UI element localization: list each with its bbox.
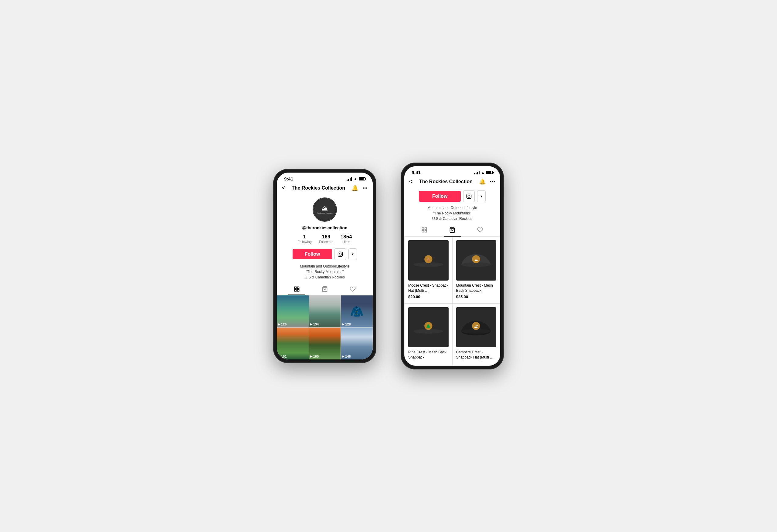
phone-right: 9:41 ▲ < The Rockies Coll bbox=[401, 162, 504, 369]
video-grid: ▶ 126 ▶ 134 🧥 ▶ 128 bbox=[277, 295, 373, 359]
tab-shop-right[interactable] bbox=[438, 224, 466, 236]
svg-text:🦌: 🦌 bbox=[426, 257, 431, 262]
follow-button-left[interactable]: Follow bbox=[293, 249, 332, 259]
product-price-1: $29.00 bbox=[408, 294, 449, 299]
page-title-left: The Rockies Collection bbox=[292, 185, 345, 191]
bell-icon-left[interactable]: 🔔 bbox=[351, 185, 358, 191]
shop-tabs bbox=[404, 224, 500, 236]
time-left: 9:41 bbox=[284, 176, 293, 181]
wifi-icon-right: ▲ bbox=[481, 170, 485, 175]
tab-liked-right[interactable] bbox=[466, 224, 494, 236]
username-label: @therockiescollection bbox=[277, 224, 373, 232]
svg-rect-4 bbox=[298, 287, 299, 289]
product-card-3[interactable]: 🌲 Pine Crest - Mesh Back Snapback bbox=[405, 304, 452, 366]
product-card-1[interactable]: 🦌 Moose Crest - Snapback Hat (Multi … $2… bbox=[405, 237, 452, 303]
video-thumb-4[interactable]: ▶ 151 bbox=[277, 327, 309, 360]
instagram-button-left[interactable] bbox=[334, 248, 346, 260]
stat-likes: 1854 Likes bbox=[341, 234, 352, 244]
svg-rect-3 bbox=[295, 287, 297, 289]
product-image-2: ⛰ bbox=[456, 240, 496, 281]
dropdown-button-right[interactable]: ▾ bbox=[477, 190, 485, 202]
stat-following: 1 Following bbox=[298, 234, 311, 244]
more-icon-right[interactable]: ••• bbox=[490, 179, 495, 184]
phone-left-screen: 9:41 ▲ < The Rockies Coll bbox=[277, 172, 373, 359]
video-thumb-6[interactable]: ▶ 146 bbox=[341, 327, 373, 360]
product-card-2[interactable]: ⛰ Mountain Crest - Mesh Back Snapback $2… bbox=[453, 237, 500, 303]
video-thumb-3[interactable]: 🧥 ▶ 128 bbox=[341, 295, 373, 327]
wifi-icon: ▲ bbox=[354, 177, 357, 181]
product-name-3: Pine Crest - Mesh Back Snapback bbox=[408, 350, 449, 360]
svg-rect-12 bbox=[425, 228, 427, 230]
svg-rect-11 bbox=[422, 228, 424, 230]
tab-shop-left[interactable] bbox=[311, 283, 339, 295]
svg-text:🏕: 🏕 bbox=[474, 325, 478, 328]
status-icons-right: ▲ bbox=[474, 170, 493, 175]
product-price-2: $25.00 bbox=[456, 294, 496, 299]
svg-rect-0 bbox=[338, 252, 343, 257]
avatar: ⛰ The Rockies Collection bbox=[313, 197, 337, 222]
dropdown-button-left[interactable]: ▾ bbox=[348, 248, 357, 260]
product-image-4: 🏕 bbox=[456, 307, 496, 348]
phone-left: 9:41 ▲ < The Rockies Coll bbox=[273, 169, 376, 363]
status-icons-left: ▲ bbox=[347, 177, 365, 181]
svg-point-2 bbox=[341, 253, 342, 253]
tab-liked-left[interactable] bbox=[339, 283, 367, 295]
scene: 9:41 ▲ < The Rockies Coll bbox=[273, 162, 504, 369]
product-name-2: Mountain Crest - Mesh Back Snapback bbox=[456, 283, 496, 293]
nav-icons-right: 🔔 ••• bbox=[479, 178, 495, 185]
tab-videos[interactable] bbox=[283, 283, 311, 295]
page-title-right: The Rockies Collection bbox=[419, 179, 472, 184]
battery-icon bbox=[359, 177, 365, 180]
svg-text:⛰: ⛰ bbox=[474, 258, 478, 262]
back-button-left[interactable]: < bbox=[282, 184, 285, 191]
instagram-button-right[interactable] bbox=[463, 190, 475, 202]
shop-follow-row: Follow ▾ bbox=[404, 187, 500, 204]
status-bar-right: 9:41 ▲ bbox=[404, 166, 500, 176]
battery-icon-right bbox=[486, 171, 493, 174]
product-name-1: Moose Crest - Snapback Hat (Multi … bbox=[408, 283, 449, 293]
stat-followers: 169 Followers bbox=[319, 234, 333, 244]
svg-rect-13 bbox=[422, 231, 424, 232]
video-thumb-5[interactable]: ▶ 160 bbox=[309, 327, 341, 360]
more-icon-left[interactable]: ••• bbox=[362, 185, 368, 190]
nav-bar-right: < The Rockies Collection 🔔 ••• bbox=[404, 176, 500, 187]
bio-left: Mountain and OutdoorLifestyle "The Rocky… bbox=[277, 262, 373, 283]
svg-point-10 bbox=[470, 195, 470, 195]
svg-text:🌲: 🌲 bbox=[426, 324, 431, 329]
svg-point-1 bbox=[339, 253, 342, 256]
avatar-icon: ⛰ bbox=[321, 205, 328, 212]
product-grid: 🦌 Moose Crest - Snapback Hat (Multi … $2… bbox=[404, 236, 500, 366]
svg-rect-5 bbox=[295, 290, 297, 291]
phone-right-screen: 9:41 ▲ < The Rockies Coll bbox=[404, 166, 500, 366]
svg-point-9 bbox=[468, 195, 470, 198]
product-image-1: 🦌 bbox=[408, 240, 449, 281]
status-bar-left: 9:41 ▲ bbox=[277, 172, 373, 182]
bell-icon-right[interactable]: 🔔 bbox=[479, 178, 485, 185]
nav-icons-left: 🔔 ••• bbox=[351, 185, 368, 191]
follow-row-left: Follow ▾ bbox=[277, 246, 373, 262]
nav-bar-left: < The Rockies Collection 🔔 ••• bbox=[277, 182, 373, 194]
product-card-4[interactable]: 🏕 Campfire Crest - Snapback Hat (Multi … bbox=[453, 304, 500, 366]
avatar-wrap: ⛰ The Rockies Collection bbox=[277, 194, 373, 224]
svg-rect-8 bbox=[467, 194, 471, 199]
product-image-3: 🌲 bbox=[408, 307, 449, 348]
stats-row: 1 Following 169 Followers 1854 Likes bbox=[277, 232, 373, 246]
shop-bio: Mountain and OutdoorLifestyle "The Rocky… bbox=[404, 204, 500, 224]
back-button-right[interactable]: < bbox=[409, 178, 413, 185]
video-thumb-1[interactable]: ▶ 126 bbox=[277, 295, 309, 327]
svg-rect-6 bbox=[298, 290, 299, 291]
time-right: 9:41 bbox=[412, 170, 421, 175]
follow-button-right[interactable]: Follow bbox=[419, 191, 461, 202]
profile-tabs-left bbox=[277, 283, 373, 295]
tab-videos-right[interactable] bbox=[410, 224, 438, 236]
video-thumb-2[interactable]: ▶ 134 bbox=[309, 295, 341, 327]
svg-rect-14 bbox=[425, 231, 427, 232]
signal-icon-right bbox=[474, 171, 479, 174]
product-name-4: Campfire Crest - Snapback Hat (Multi … bbox=[456, 350, 496, 360]
signal-icon bbox=[347, 177, 352, 181]
